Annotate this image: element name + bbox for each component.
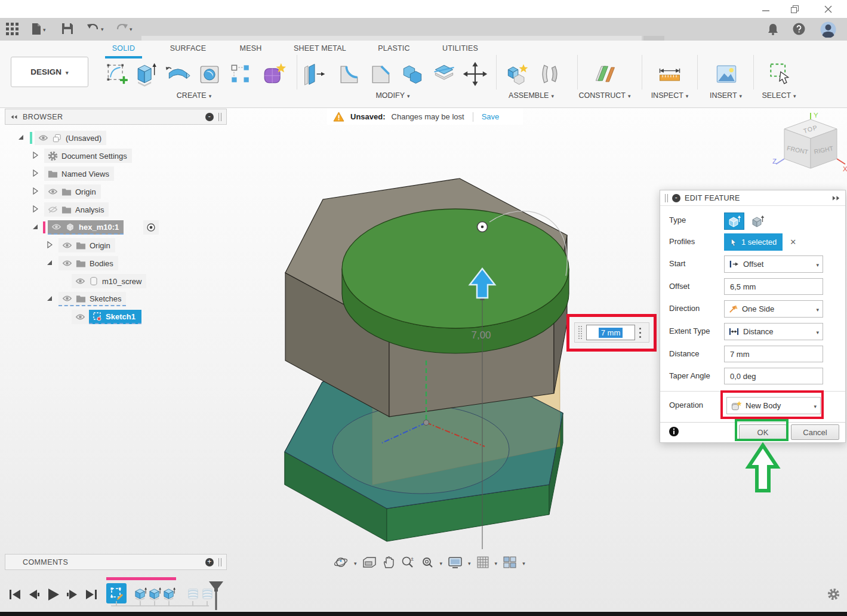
expander-open-icon[interactable] (17, 133, 25, 141)
tree-item-analysis[interactable]: Analysis (5, 201, 227, 218)
expander-closed-icon[interactable] (31, 187, 39, 195)
inspect-measure-button[interactable] (655, 60, 684, 88)
avatar[interactable] (820, 21, 836, 38)
timeline-extrude-feature[interactable] (147, 586, 162, 601)
timeline-step-forward-button[interactable] (64, 587, 80, 602)
display-settings-icon[interactable] (448, 556, 463, 569)
zoom-icon[interactable]: ± (401, 556, 415, 569)
viewports-icon[interactable] (503, 556, 517, 569)
construct-plane-button[interactable] (590, 60, 619, 88)
eye-icon[interactable] (62, 294, 72, 303)
notifications-bell-icon[interactable] (768, 23, 778, 35)
inline-dimension-panel[interactable]: 7 mm (574, 322, 649, 343)
tab-solid[interactable]: SOLID (112, 44, 135, 53)
dialog-grip[interactable] (665, 194, 668, 202)
comments-panel-header[interactable]: COMMENTS (5, 554, 227, 570)
grid-snap-icon[interactable] (476, 556, 489, 569)
timeline-position-marker[interactable] (208, 581, 224, 611)
fit-view-icon[interactable] (420, 556, 435, 569)
timeline-go-to-end-button[interactable] (84, 587, 99, 602)
origin-point[interactable] (424, 420, 429, 426)
extent-type-select[interactable]: Distance (724, 323, 823, 340)
eye-off-icon[interactable] (48, 205, 58, 214)
cancel-button[interactable]: Cancel (791, 424, 839, 440)
eye-icon[interactable] (38, 134, 48, 142)
timeline-go-to-start-button[interactable] (7, 587, 23, 602)
taper-angle-input[interactable]: 0,0 deg (724, 368, 823, 384)
extrude-button[interactable] (131, 60, 160, 88)
timeline-extrude-feature[interactable] (133, 586, 148, 601)
tab-sheet-metal[interactable]: SHEET METAL (294, 44, 346, 53)
browser-panel-header[interactable]: BROWSER (5, 109, 227, 125)
combine-button[interactable] (398, 60, 427, 88)
eye-icon[interactable] (75, 313, 85, 321)
info-icon[interactable] (669, 426, 679, 437)
eye-icon[interactable] (75, 277, 85, 285)
chamfer-button[interactable] (366, 60, 395, 88)
tab-plastic[interactable]: PLASTIC (378, 44, 410, 53)
timeline-play-button[interactable] (45, 587, 61, 602)
eye-icon[interactable] (62, 241, 72, 250)
timeline-extrude-feature[interactable] (162, 586, 177, 601)
inline-dimension-input[interactable]: 7 mm (586, 325, 635, 340)
new-component-button[interactable] (503, 60, 531, 88)
look-at-icon[interactable] (362, 556, 377, 568)
tree-item-component-origin[interactable]: Origin (5, 237, 227, 254)
panel-grip[interactable] (218, 558, 221, 566)
help-icon[interactable] (793, 23, 805, 35)
type-thin-extrude-button[interactable] (747, 212, 768, 230)
eye-icon[interactable] (62, 259, 72, 267)
group-create[interactable]: CREATE (177, 91, 211, 100)
more-options-icon[interactable] (639, 328, 641, 329)
expander-closed-icon[interactable] (45, 241, 54, 249)
clear-selection-icon[interactable] (790, 238, 796, 247)
ok-button[interactable]: OK (739, 424, 787, 440)
file-menu-button[interactable] (31, 23, 46, 35)
panel-grip[interactable] (218, 113, 221, 121)
minimize-button[interactable] (757, 2, 775, 16)
create-form-button[interactable] (259, 60, 288, 88)
tab-surface[interactable]: SURFACE (170, 44, 206, 53)
press-pull-button[interactable] (300, 60, 329, 88)
start-select[interactable]: Offset (724, 255, 823, 273)
split-body-button[interactable] (430, 60, 458, 88)
tree-item-named-views[interactable]: Named Views (5, 165, 227, 182)
operation-select[interactable]: New Body (726, 397, 821, 414)
dock-dialog-icon[interactable] (831, 195, 840, 201)
timeline-sketch-feature[interactable] (106, 583, 127, 603)
save-link[interactable]: Save (482, 112, 500, 121)
expander-open-icon[interactable] (45, 258, 54, 267)
tree-item-document-settings[interactable]: Document Settings (5, 147, 227, 164)
revolve-button[interactable] (164, 60, 192, 88)
hide-panel-icon[interactable] (205, 113, 214, 121)
timeline-step-back-button[interactable] (26, 587, 42, 602)
direction-select[interactable]: One Side (724, 300, 823, 318)
eye-icon[interactable] (48, 187, 58, 196)
offset-input[interactable]: 6,5 mm (724, 278, 823, 295)
collapse-panel-icon[interactable] (10, 114, 18, 120)
tree-item-sketches[interactable]: Sketches (5, 291, 227, 307)
close-button[interactable] (819, 2, 837, 16)
pattern-button[interactable] (226, 60, 255, 88)
eye-icon[interactable] (51, 223, 61, 231)
orbit-icon[interactable] (334, 556, 349, 569)
dialog-header[interactable]: EDIT FEATURE (660, 190, 845, 206)
timeline-thread-feature-suppressed[interactable] (186, 586, 201, 601)
tree-item-bodies[interactable]: Bodies (5, 255, 227, 272)
chevron-down-icon[interactable] (440, 558, 443, 567)
pan-icon[interactable] (382, 556, 395, 569)
chevron-down-icon[interactable] (468, 558, 471, 567)
create-sketch-button[interactable] (103, 60, 131, 88)
joint-button[interactable] (535, 60, 564, 88)
distance-input[interactable]: 7 mm (724, 346, 823, 362)
expander-closed-icon[interactable] (31, 205, 39, 213)
expander-open-icon[interactable] (31, 223, 39, 231)
group-assemble[interactable]: ASSEMBLE (509, 91, 554, 100)
group-construct[interactable]: CONSTRUCT (579, 91, 631, 100)
profiles-selected-button[interactable]: 1 selected (724, 233, 783, 251)
design-menu-button[interactable]: DESIGN (11, 57, 88, 87)
app-grid-icon[interactable] (6, 23, 19, 35)
tab-mesh[interactable]: MESH (240, 44, 262, 53)
type-extrude-button[interactable] (724, 212, 744, 230)
expander-open-icon[interactable] (45, 294, 54, 303)
